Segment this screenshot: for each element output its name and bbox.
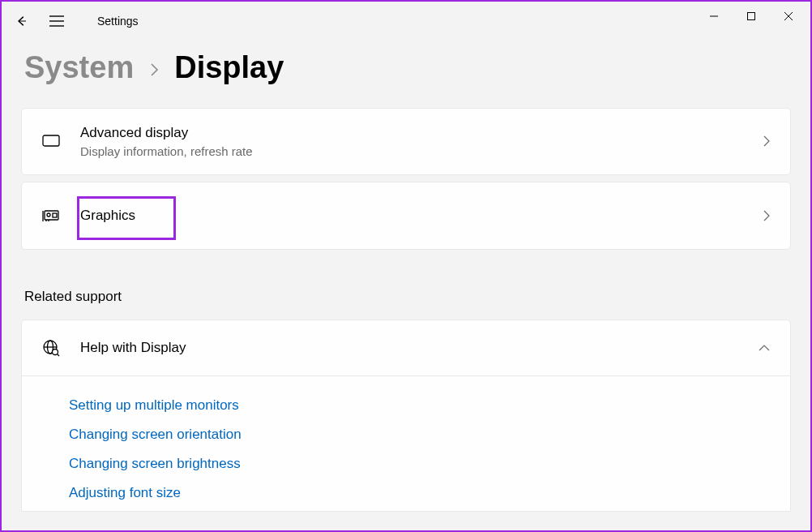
close-button[interactable]	[770, 2, 807, 31]
help-link[interactable]: Changing screen brightness	[69, 449, 771, 478]
help-title: Help with Display	[80, 340, 738, 356]
svg-rect-4	[748, 13, 755, 20]
settings-card-advanced-display[interactable]: Advanced display Display information, re…	[21, 108, 791, 175]
close-icon	[784, 11, 793, 21]
help-header[interactable]: Help with Display	[22, 320, 790, 376]
svg-line-18	[58, 354, 60, 356]
breadcrumb-parent[interactable]: System	[24, 50, 134, 85]
back-arrow-icon	[14, 14, 28, 28]
titlebar: Settings	[2, 2, 810, 41]
help-link[interactable]: Setting up multiple monitors	[69, 391, 771, 420]
help-link[interactable]: Changing screen orientation	[69, 420, 771, 449]
graphics-card-icon	[41, 206, 61, 225]
minimize-icon	[709, 11, 719, 21]
maximize-button[interactable]	[733, 2, 770, 31]
maximize-icon	[746, 11, 756, 21]
section-heading: Related support	[2, 256, 810, 320]
card-subtitle: Display information, refresh rate	[80, 143, 743, 160]
card-body: Advanced display Display information, re…	[80, 123, 743, 160]
svg-rect-7	[43, 135, 59, 146]
titlebar-left: Settings	[11, 11, 139, 31]
minimize-button[interactable]	[695, 2, 733, 31]
card-body: Graphics	[80, 206, 743, 225]
breadcrumb-current: Display	[174, 50, 284, 85]
globe-search-icon	[41, 338, 61, 358]
monitor-icon	[41, 131, 61, 151]
content: Advanced display Display information, re…	[2, 108, 810, 250]
chevron-right-icon	[763, 135, 771, 148]
breadcrumb: System Display	[2, 41, 810, 108]
menu-button[interactable]	[47, 11, 66, 31]
chevron-right-icon	[148, 62, 160, 78]
svg-rect-10	[53, 213, 57, 217]
hamburger-icon	[49, 15, 64, 27]
window-controls	[695, 2, 807, 31]
card-title: Advanced display	[80, 123, 743, 143]
chevron-up-icon	[758, 344, 771, 352]
settings-card-graphics[interactable]: Graphics	[21, 182, 791, 250]
card-title: Graphics	[80, 206, 743, 225]
back-button[interactable]	[11, 11, 31, 31]
svg-point-9	[47, 213, 50, 217]
help-links: Setting up multiple monitors Changing sc…	[22, 376, 790, 511]
chevron-right-icon	[763, 209, 771, 222]
app-title: Settings	[97, 15, 139, 28]
help-card: Help with Display Setting up multiple mo…	[21, 320, 791, 512]
help-link[interactable]: Adjusting font size	[69, 478, 771, 508]
svg-point-17	[53, 349, 58, 354]
